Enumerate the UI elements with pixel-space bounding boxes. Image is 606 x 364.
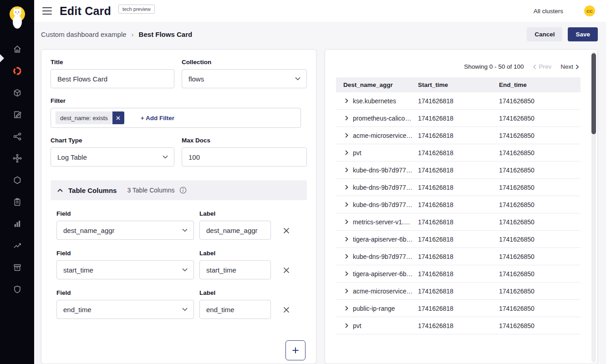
expand-row-icon[interactable]: [345, 288, 348, 293]
chart-type-select[interactable]: Log Table: [51, 147, 174, 167]
expand-row-icon[interactable]: [345, 237, 348, 242]
dest-name-cell: tigera-apiserver-6b…: [353, 270, 413, 278]
chevron-up-icon: [57, 188, 63, 192]
start-time-cell: 1741626818: [418, 201, 499, 208]
save-button[interactable]: Save: [568, 27, 598, 41]
endpoints-icon: [13, 88, 22, 99]
start-time-cell: 1741626818: [418, 149, 499, 157]
title-input[interactable]: [51, 69, 174, 88]
table-row[interactable]: acme-microservice… 1741626818 1741626850: [336, 283, 581, 300]
collection-value: flows: [188, 75, 204, 83]
info-icon[interactable]: [179, 187, 187, 194]
sidebar-item-compliance[interactable]: [0, 192, 34, 214]
table-row[interactable]: tigera-apiserver-6b… 1741626818 17416268…: [336, 231, 581, 248]
next-page-button[interactable]: Next: [560, 63, 579, 70]
field-select-start-time[interactable]: start_time: [56, 260, 194, 279]
page-title: Edit Card: [60, 5, 111, 18]
menu-toggle-button[interactable]: [42, 7, 52, 15]
expand-row-icon[interactable]: [345, 219, 348, 224]
table-row[interactable]: metrics-server-v1.3… 1741626818 17416268…: [336, 213, 581, 231]
expand-row-icon[interactable]: [345, 133, 348, 138]
preview-scrollbar-thumb[interactable]: [591, 53, 596, 134]
expand-row-icon[interactable]: [345, 254, 348, 259]
table-row[interactable]: public-ip-range 1741626818 1741626850: [336, 300, 581, 317]
remove-column-button[interactable]: [283, 306, 290, 313]
sidebar-item-storage[interactable]: [0, 258, 34, 279]
table-row[interactable]: kube-dns-9b7d977f… 1741626818 1741626850: [336, 248, 581, 265]
avatar[interactable]: CC: [584, 5, 595, 16]
label-input-start-time[interactable]: [199, 260, 271, 279]
sidebar-item-security[interactable]: [0, 279, 34, 301]
filter-box[interactable]: dest_name: exists + Add Filter: [51, 108, 301, 128]
sidebar-item-reports[interactable]: [0, 214, 34, 236]
end-time-cell: 1741626850: [499, 305, 581, 312]
label-input-dest-name-aggr[interactable]: [199, 221, 271, 240]
add-filter-button[interactable]: + Add Filter: [141, 115, 174, 121]
table-row[interactable]: pvt 1741626818 1741626850: [336, 317, 581, 334]
cluster-selector[interactable]: All clusters: [534, 8, 563, 15]
label-label: Label: [199, 210, 271, 217]
cancel-button[interactable]: Cancel: [527, 27, 562, 41]
trends-icon: [13, 241, 22, 252]
field-value: dest_name_aggr: [63, 227, 115, 234]
expand-row-icon[interactable]: [345, 185, 348, 190]
collection-select[interactable]: flows: [182, 69, 307, 88]
remove-column-button[interactable]: [283, 267, 290, 274]
topbar-right: All clusters CC: [534, 5, 595, 16]
table-row[interactable]: prometheus-calico… 1741626818 1741626850: [336, 110, 581, 127]
remove-filter-button[interactable]: [112, 111, 124, 124]
expand-row-icon[interactable]: [345, 167, 348, 172]
expand-row-icon[interactable]: [345, 271, 348, 276]
start-time-cell: 1741626818: [418, 236, 499, 243]
table-columns-section-header[interactable]: Table Columns 3 Table Columns: [51, 180, 307, 200]
tech-preview-badge: tech preview: [118, 5, 155, 14]
table-row[interactable]: kse.kubernetes 1741626818 1741626850: [336, 92, 581, 110]
calico-cat-logo[interactable]: [6, 5, 28, 30]
table-row[interactable]: pvt 1741626818 1741626850: [336, 144, 581, 162]
dest-name-cell: pvt: [353, 322, 362, 329]
reports-icon: [13, 219, 22, 230]
max-docs-input[interactable]: [182, 147, 307, 167]
field-label: Field: [56, 289, 194, 296]
dest-name-cell: kube-dns-9b7d977f…: [353, 167, 413, 174]
sidebar-item-policies[interactable]: [0, 105, 34, 126]
expand-row-icon[interactable]: [345, 306, 348, 311]
start-time-cell: 1741626818: [418, 132, 499, 139]
expand-row-icon[interactable]: [345, 150, 348, 155]
start-time-cell: 1741626818: [418, 167, 499, 174]
sidebar-item-endpoints[interactable]: [0, 83, 34, 105]
expand-row-icon[interactable]: [345, 116, 348, 121]
expand-row-icon[interactable]: [345, 98, 348, 103]
active-nav-indicator: [0, 54, 4, 62]
prev-page-button[interactable]: Prev: [533, 63, 551, 70]
table-row[interactable]: kube-dns-9b7d977f… 1741626818 1741626850: [336, 196, 581, 213]
sidebar-item-clusters[interactable]: [0, 170, 34, 192]
table-row[interactable]: kube-dns-9b7d977f… 1741626818 1741626850: [336, 179, 581, 196]
table-row[interactable]: acme-microservice… 1741626818 1741626850: [336, 127, 581, 144]
compliance-icon: [13, 197, 22, 208]
field-select-end-time[interactable]: end_time: [56, 300, 194, 319]
sidebar-item-trends[interactable]: [0, 236, 34, 258]
start-time-cell: 1741626818: [418, 218, 499, 226]
remove-column-button[interactable]: [283, 227, 290, 234]
page-actions: Cancel Save: [527, 27, 598, 41]
sidebar-item-home[interactable]: [0, 39, 34, 61]
add-column-button[interactable]: [285, 340, 306, 360]
sidebar-item-service-graph[interactable]: [0, 61, 34, 83]
chevron-down-icon: [163, 155, 168, 159]
preview-scrollbar-track[interactable]: [591, 51, 596, 363]
start-time-cell: 1741626818: [418, 322, 499, 329]
start-time-cell: 1741626818: [418, 97, 499, 105]
sidebar-item-network-sets[interactable]: [0, 126, 34, 148]
expand-row-icon[interactable]: [345, 202, 348, 207]
top-header: Edit Card tech preview All clusters CC: [34, 0, 606, 22]
dest-name-cell: kube-dns-9b7d977f…: [353, 253, 413, 260]
table-row[interactable]: tigera-apiserver-6b… 1741626818 17416268…: [336, 265, 581, 283]
label-input-end-time[interactable]: [199, 300, 271, 319]
expand-row-icon[interactable]: [345, 323, 348, 328]
sidebar-item-connections[interactable]: [0, 148, 34, 170]
table-row[interactable]: kube-dns-9b7d977f… 1741626818 1741626850: [336, 162, 581, 179]
chevron-down-icon: [182, 308, 188, 311]
breadcrumb-parent[interactable]: Custom dashboard example: [41, 30, 127, 38]
field-select-dest-name-aggr[interactable]: dest_name_aggr: [56, 221, 194, 240]
